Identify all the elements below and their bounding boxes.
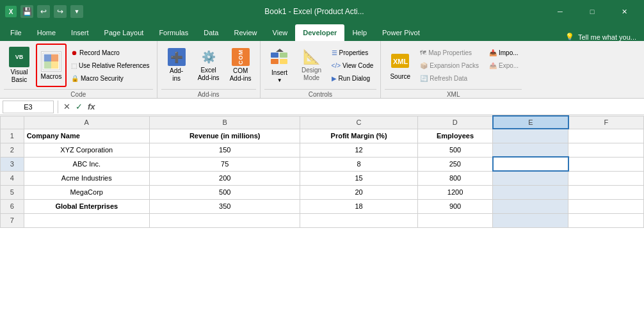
cell-d7[interactable] — [417, 213, 493, 227]
add-ins-button[interactable]: ➕ Add-ins — [161, 44, 192, 87]
formula-input[interactable] — [99, 103, 641, 111]
cell-e6[interactable] — [493, 199, 568, 213]
cell-a7[interactable] — [24, 213, 149, 227]
cell-d2[interactable]: 500 — [417, 143, 493, 157]
tab-developer[interactable]: Developer — [295, 24, 344, 41]
tab-insert[interactable]: Insert — [63, 24, 97, 41]
cell-b7[interactable] — [149, 213, 300, 227]
tab-home[interactable]: Home — [29, 24, 63, 41]
cell-b6[interactable]: 350 — [149, 199, 300, 213]
tab-data[interactable]: Data — [196, 24, 226, 41]
col-header-a[interactable]: A — [24, 116, 149, 129]
cell-f1[interactable] — [568, 129, 644, 143]
map-properties-button[interactable]: 🗺 Map Properties — [417, 46, 482, 59]
macro-security-button[interactable]: 🔒 Macro Security — [68, 72, 153, 85]
tab-file[interactable]: File — [3, 24, 29, 41]
name-box[interactable] — [3, 101, 54, 113]
properties-button[interactable]: ☰ Properties — [328, 46, 377, 59]
col-header-f[interactable]: F — [568, 116, 644, 129]
com-add-ins-button[interactable]: COM COMAdd-ins — [225, 44, 256, 87]
cell-b5[interactable]: 500 — [149, 185, 300, 199]
col-header-row: A B C D E F — [1, 116, 644, 129]
tab-power-pivot[interactable]: Power Pivot — [374, 24, 428, 41]
cell-b4[interactable]: 200 — [149, 171, 300, 185]
confirm-formula-btn[interactable]: ✓ — [74, 102, 84, 111]
row-header-3: 3 — [1, 157, 24, 171]
run-dialog-button[interactable]: ▶ Run Dialog — [328, 72, 377, 85]
redo-btn[interactable]: ↪ — [54, 5, 67, 18]
cell-e4[interactable] — [493, 171, 568, 185]
col-header-c[interactable]: C — [300, 116, 417, 129]
cell-d5[interactable]: 1200 — [417, 185, 493, 199]
cell-d6[interactable]: 900 — [417, 199, 493, 213]
import-button[interactable]: 📥 Impo... — [486, 46, 522, 59]
col-header-b[interactable]: B — [149, 116, 300, 129]
cell-b2[interactable]: 150 — [149, 143, 300, 157]
close-btn[interactable]: ✕ — [609, 0, 639, 23]
col-header-e[interactable]: E — [493, 116, 568, 129]
use-relative-references-button[interactable]: ⬚ Use Relative References — [68, 59, 153, 72]
cell-a4[interactable]: Acme Industries — [24, 171, 149, 185]
cell-c6[interactable]: 18 — [300, 199, 417, 213]
cell-f6[interactable] — [568, 199, 644, 213]
cell-a1[interactable]: Company Name — [24, 129, 149, 143]
cell-a5[interactable]: MegaCorp — [24, 185, 149, 199]
record-macro-button[interactable]: ⏺ Record Macro — [68, 46, 153, 59]
cell-f4[interactable] — [568, 171, 644, 185]
cell-a3[interactable]: ABC Inc. — [24, 157, 149, 171]
export-button[interactable]: 📤 Expo... — [486, 59, 522, 72]
insert-function-btn[interactable]: fx — [86, 102, 97, 111]
cancel-formula-btn[interactable]: ✕ — [62, 102, 72, 111]
cell-c1[interactable]: Profit Margin (%) — [300, 129, 417, 143]
cell-f3[interactable] — [568, 157, 644, 171]
xml-small-buttons: 🗺 Map Properties 📦 Expansion Packs 🔄 Ref… — [417, 44, 482, 87]
cell-c3[interactable]: 8 — [300, 157, 417, 171]
formula-bar: ✕ ✓ fx — [0, 99, 644, 115]
cell-d3[interactable]: 250 — [417, 157, 493, 171]
cell-f2[interactable] — [568, 143, 644, 157]
col-header-d[interactable]: D — [417, 116, 493, 129]
refresh-data-label: Refresh Data — [430, 75, 467, 82]
view-code-button[interactable]: </> View Code — [328, 59, 377, 72]
row-header-4: 4 — [1, 171, 24, 185]
cell-d1[interactable]: Employees — [417, 129, 493, 143]
source-button[interactable]: XML Source — [385, 44, 415, 87]
save-quick-btn[interactable]: 💾 — [20, 5, 33, 18]
cell-d4[interactable]: 800 — [417, 171, 493, 185]
insert-button[interactable]: Insert ▼ — [264, 44, 295, 87]
undo-btn[interactable]: ↩ — [37, 5, 50, 18]
insert-label: Insert — [271, 69, 287, 76]
tab-page-layout[interactable]: Page Layout — [97, 24, 152, 41]
tab-review[interactable]: Review — [226, 24, 264, 41]
excel-add-ins-button[interactable]: ⚙️ ExcelAdd-ins — [193, 44, 224, 87]
cell-c7[interactable] — [300, 213, 417, 227]
design-mode-button[interactable]: 📐 DesignMode — [296, 44, 327, 87]
tab-view[interactable]: View — [265, 24, 296, 41]
macro-security-label: Macro Security — [81, 75, 124, 82]
refresh-data-button[interactable]: 🔄 Refresh Data — [417, 72, 482, 85]
cell-e1[interactable] — [493, 129, 568, 143]
tab-help[interactable]: Help — [344, 24, 374, 41]
visual-basic-button[interactable]: VB VisualBasic — [4, 44, 35, 87]
tab-formulas[interactable]: Formulas — [151, 24, 196, 41]
expansion-packs-button[interactable]: 📦 Expansion Packs — [417, 59, 482, 72]
cell-f7[interactable] — [568, 213, 644, 227]
cell-e7[interactable] — [493, 213, 568, 227]
cell-f5[interactable] — [568, 185, 644, 199]
tell-me-input[interactable]: Tell me what you... — [578, 33, 636, 41]
cell-c4[interactable]: 15 — [300, 171, 417, 185]
maximize-btn[interactable]: □ — [577, 0, 607, 23]
cell-e3[interactable] — [493, 157, 568, 171]
cell-a2[interactable]: XYZ Corporation — [24, 143, 149, 157]
minimize-btn[interactable]: ─ — [545, 0, 575, 23]
cell-e2[interactable] — [493, 143, 568, 157]
cell-a6[interactable]: Global Enterprises — [24, 199, 149, 213]
cell-c5[interactable]: 20 — [300, 185, 417, 199]
cell-b3[interactable]: 75 — [149, 157, 300, 171]
macros-button[interactable]: Macros — [36, 44, 67, 87]
cell-e5[interactable] — [493, 185, 568, 199]
customize-btn[interactable]: ▼ — [70, 5, 83, 18]
cell-b1[interactable]: Revenue (in millions) — [149, 129, 300, 143]
cell-c2[interactable]: 12 — [300, 143, 417, 157]
ribbon-group-code: VB VisualBasic Macros — [0, 41, 157, 98]
